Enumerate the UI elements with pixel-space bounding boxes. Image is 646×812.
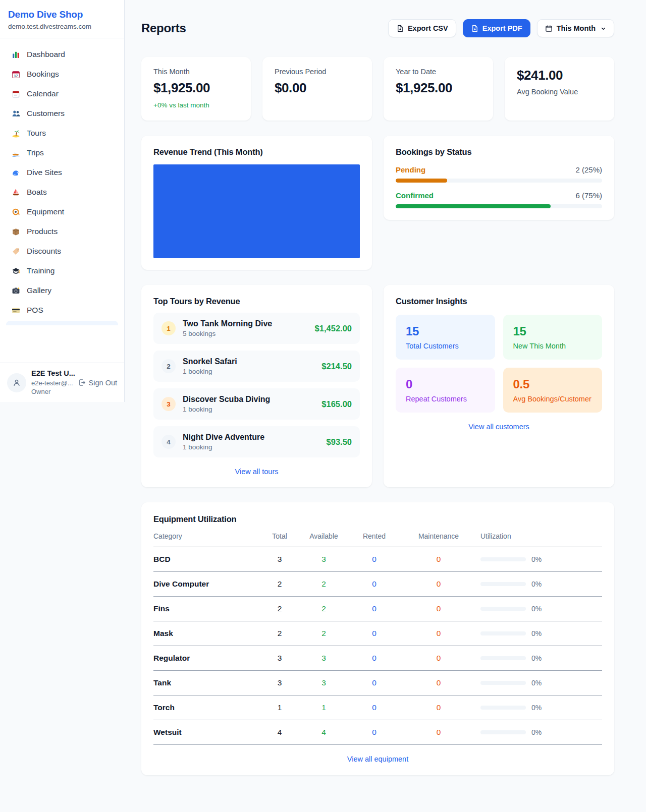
file-download-icon: [471, 25, 478, 32]
export-csv-button[interactable]: Export CSV: [388, 19, 456, 37]
stat-card-this-month: This Month $1,925.00 +0% vs last month: [141, 57, 251, 121]
sidebar-item-tours[interactable]: Tours: [6, 124, 118, 143]
equipment-utilization: 0%: [471, 580, 602, 588]
period-label: This Month: [557, 24, 596, 32]
sidebar-item-pos[interactable]: POS: [6, 301, 118, 320]
stat-label: Year to Date: [396, 68, 481, 76]
sidebar-item-label: Trips: [27, 148, 44, 157]
rank-badge: 4: [162, 435, 176, 449]
table-row: BCD 3 3 0 0 0%: [153, 547, 602, 572]
sidebar-item-customers[interactable]: Customers: [6, 104, 118, 123]
top-tours-card: Top Tours by Revenue 1 Two Tank Morning …: [141, 285, 372, 487]
equipment-category: Regulator: [153, 654, 254, 663]
sidebar-item-dive-sites[interactable]: Dive Sites: [6, 163, 118, 182]
tour-amount: $165.00: [321, 399, 352, 409]
avatar: [7, 373, 26, 392]
equipment-utilization-title: Equipment Utilization: [153, 514, 602, 524]
period-dropdown[interactable]: This Month: [537, 19, 614, 37]
col-utilization: Utilization: [471, 532, 602, 540]
table-row: Dive Computer 2 2 0 0 0%: [153, 572, 602, 597]
equipment-total: 1: [254, 703, 305, 712]
equipment-category: BCD: [153, 555, 254, 564]
sidebar-item-reports-active-partial[interactable]: [6, 321, 118, 325]
equipment-total: 3: [254, 678, 305, 687]
user-info: E2E Test U... e2e-tester@... Owner: [31, 369, 73, 396]
utilization-track: [480, 706, 526, 710]
sign-out-button[interactable]: Sign Out: [78, 379, 117, 387]
view-all-tours-link[interactable]: View all tours: [153, 468, 360, 476]
calendar-icon: [11, 89, 20, 98]
equipment-utilization: 0%: [471, 654, 602, 662]
sidebar-item-bookings[interactable]: 17 Bookings: [6, 65, 118, 84]
export-pdf-button[interactable]: Export PDF: [463, 19, 530, 37]
equipment-table-body: BCD 3 3 0 0 0% Dive Computer 2 2 0 0 0% …: [153, 547, 602, 745]
tour-row: 2 Snorkel Safari 1 booking $214.50: [153, 351, 360, 382]
status-progress-fill: [396, 204, 551, 208]
bookings-icon: 17: [11, 70, 20, 79]
sidebar-item-products[interactable]: Products: [6, 222, 118, 241]
boats-icon: [11, 188, 20, 197]
equipment-rented: 0: [343, 654, 406, 663]
tile-label: Avg Bookings/Customer: [513, 395, 593, 403]
export-pdf-label: Export PDF: [482, 24, 522, 32]
tour-name: Night Dive Adventure: [183, 433, 264, 442]
utilization-track: [480, 656, 526, 660]
equipment-category: Mask: [153, 629, 254, 638]
svg-text:17: 17: [14, 74, 18, 77]
table-row: Tank 3 3 0 0 0%: [153, 671, 602, 695]
tour-amount: $1,452.00: [315, 324, 352, 333]
status-progress-fill: [396, 179, 447, 183]
sidebar-item-equipment[interactable]: Equipment: [6, 202, 118, 221]
status-label: Pending: [396, 165, 425, 174]
table-row: Regulator 3 3 0 0 0%: [153, 646, 602, 671]
table-row: Wetsuit 4 4 0 0 0%: [153, 720, 602, 745]
sidebar-item-discounts[interactable]: Discounts: [6, 242, 118, 261]
tours-icon: [11, 129, 20, 138]
sidebar-item-gallery[interactable]: Gallery: [6, 281, 118, 300]
tour-row: 1 Two Tank Morning Dive 5 bookings $1,45…: [153, 313, 360, 344]
tile-repeat-customers: 0 Repeat Customers: [396, 368, 495, 413]
tour-amount: $214.50: [321, 362, 352, 371]
equipment-rented: 0: [343, 629, 406, 638]
equipment-maintenance: 0: [406, 579, 471, 589]
discounts-icon: [11, 247, 20, 256]
equipment-utilization: 0%: [471, 679, 602, 687]
top-tours-title: Top Tours by Revenue: [153, 297, 360, 306]
equipment-available: 4: [305, 728, 343, 737]
status-value: 2 (25%): [575, 165, 602, 174]
stat-card-avg-booking-value: $241.00 Avg Booking Value: [505, 57, 614, 121]
equipment-maintenance: 0: [406, 654, 471, 663]
pos-icon: [11, 306, 20, 315]
sidebar-item-dashboard[interactable]: Dashboard: [6, 45, 118, 64]
equipment-total: 2: [254, 604, 305, 613]
sidebar-item-boats[interactable]: Boats: [6, 183, 118, 202]
sidebar-item-label: Products: [27, 227, 58, 236]
view-all-equipment-link[interactable]: View all equipment: [153, 755, 602, 763]
col-available: Available: [305, 532, 343, 540]
equipment-category: Fins: [153, 604, 254, 613]
view-all-customers-link[interactable]: View all customers: [396, 423, 602, 431]
tour-name: Snorkel Safari: [183, 357, 237, 366]
equipment-available: 3: [305, 654, 343, 663]
utilization-percent: 0%: [531, 629, 542, 637]
sidebar-item-trips[interactable]: Trips: [6, 143, 118, 162]
tour-amount: $93.50: [327, 437, 352, 447]
bookings-by-status-title: Bookings by Status: [396, 147, 602, 157]
col-maintenance: Maintenance: [406, 532, 471, 540]
status-progress-track: [396, 204, 602, 208]
sidebar-item-label: Boats: [27, 188, 47, 197]
sidebar-item-training[interactable]: Training: [6, 261, 118, 280]
sidebar: Demo Dive Shop demo.test.divestreams.com…: [0, 0, 125, 402]
utilization-percent: 0%: [531, 679, 542, 687]
insight-tiles: 15 Total Customers 15 New This Month 0 R…: [396, 315, 602, 413]
sidebar-item-calendar[interactable]: Calendar: [6, 84, 118, 103]
customer-insights-card: Customer Insights 15 Total Customers 15 …: [384, 285, 614, 487]
export-csv-label: Export CSV: [408, 24, 448, 32]
sidebar-nav: Dashboard 17 Bookings Calendar Customers…: [0, 38, 124, 325]
equipment-utilization: 0%: [471, 605, 602, 613]
equipment-rented: 0: [343, 703, 406, 712]
utilization-percent: 0%: [531, 704, 542, 712]
sidebar-item-label: POS: [27, 306, 43, 315]
equipment-rented: 0: [343, 678, 406, 687]
equipment-available: 1: [305, 703, 343, 712]
